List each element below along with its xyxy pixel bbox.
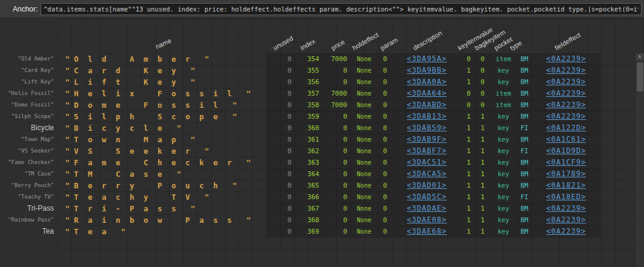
holdeffect-cell[interactable]: None	[350, 76, 378, 88]
name-char-cell[interactable]: "	[169, 168, 183, 180]
keyitemvalue-cell[interactable]: 1	[462, 203, 476, 214]
name-char-cell[interactable]: i	[211, 88, 225, 99]
pocket-cell[interactable]: item	[490, 53, 517, 65]
name-char-cell[interactable]: p	[113, 111, 127, 122]
type-cell[interactable]: FI	[517, 145, 531, 157]
name-char-cell[interactable]: "	[113, 226, 127, 237]
keyitemvalue-cell[interactable]: 1	[462, 65, 476, 76]
name-char-cell[interactable]: o	[85, 99, 99, 111]
description-link[interactable]: <3DADAE>	[392, 203, 462, 214]
name-char-cell[interactable]: y	[169, 65, 183, 76]
index-cell[interactable]: 365	[294, 180, 322, 191]
name-char-cell[interactable]: c	[127, 122, 141, 134]
name-char-cell[interactable]: y	[141, 191, 155, 203]
bagkeyitem-cell[interactable]: 0	[476, 76, 490, 88]
bagkeyitem-cell[interactable]: 1	[476, 145, 490, 157]
column-header-fieldeffect[interactable]: fieldeffect	[553, 30, 582, 52]
name-char-cell[interactable]: r	[113, 180, 127, 191]
row-label[interactable]: "Fame Checker"	[0, 157, 56, 168]
name-char-cell[interactable]: K	[141, 65, 155, 76]
row-label[interactable]: "VS Seeker"	[0, 145, 56, 157]
name-char-cell[interactable]: s	[169, 203, 183, 214]
description-link[interactable]: <3DAB59>	[392, 122, 462, 134]
fieldeffect-link[interactable]: <0A1D9D>	[531, 145, 601, 157]
name-char-cell[interactable]: e	[85, 180, 99, 191]
holdeffect-cell[interactable]: None	[350, 203, 378, 214]
row-label[interactable]: "Silph Scope"	[0, 111, 56, 122]
description-link[interactable]: <3DAABD>	[392, 99, 462, 111]
keyitemvalue-cell[interactable]: 1	[462, 122, 476, 134]
name-char-cell[interactable]: l	[225, 88, 239, 99]
unused-cell[interactable]: 0	[267, 65, 294, 76]
pocket-cell[interactable]: key	[490, 122, 517, 134]
unused-cell[interactable]: 0	[267, 53, 294, 65]
name-char-cell[interactable]: o	[169, 180, 183, 191]
grid-canvas[interactable]: nameunusedindexpriceholdeffectparamdescr…	[0, 18, 644, 267]
index-cell[interactable]: 354	[294, 53, 322, 65]
name-char-cell[interactable]: r	[183, 145, 197, 157]
name-char-cell[interactable]: H	[71, 88, 85, 99]
param-cell[interactable]: 0	[378, 76, 392, 88]
name-char-cell[interactable]: a	[127, 168, 141, 180]
name-char-cell[interactable]	[113, 53, 127, 65]
bagkeyitem-cell[interactable]: 1	[476, 111, 490, 122]
row-label[interactable]: "Helix Fossil"	[0, 88, 56, 99]
name-char-cell[interactable]: "	[239, 88, 253, 99]
name-char-cell[interactable]: "	[58, 226, 71, 237]
row-label[interactable]: Tri-Pass	[0, 203, 56, 214]
fieldeffect-link[interactable]: <0A2239>	[531, 65, 601, 76]
name-char-cell[interactable]: e	[85, 88, 99, 99]
name-char-cell[interactable]	[141, 111, 155, 122]
description-link[interactable]: <3DAD5C>	[392, 191, 462, 203]
name-char-cell[interactable]: a	[85, 65, 99, 76]
pocket-cell[interactable]: key	[490, 157, 517, 168]
type-cell[interactable]: BM	[517, 203, 531, 214]
holdeffect-cell[interactable]: None	[350, 168, 378, 180]
description-link[interactable]: <3DA9BB>	[392, 65, 462, 76]
name-char-cell[interactable]: s	[183, 99, 197, 111]
price-cell[interactable]: 7000	[322, 88, 350, 99]
name-char-cell[interactable]: e	[155, 168, 169, 180]
param-cell[interactable]: 0	[378, 99, 392, 111]
description-link[interactable]: <3DA95A>	[392, 53, 462, 65]
name-char-cell[interactable]	[99, 168, 113, 180]
keyitemvalue-cell[interactable]: 1	[462, 134, 476, 145]
unused-cell[interactable]: 0	[267, 76, 294, 88]
name-char-cell[interactable]: b	[155, 53, 169, 65]
price-cell[interactable]: 0	[322, 145, 350, 157]
unused-cell[interactable]: 0	[267, 191, 294, 203]
name-char-cell[interactable]: l	[99, 88, 113, 99]
name-char-cell[interactable]: e	[113, 157, 127, 168]
holdeffect-cell[interactable]: None	[350, 88, 378, 99]
holdeffect-cell[interactable]: None	[350, 134, 378, 145]
name-char-cell[interactable]	[141, 180, 155, 191]
unused-cell[interactable]: 0	[267, 88, 294, 99]
fieldeffect-link[interactable]: <0A2239>	[531, 226, 601, 237]
name-char-cell[interactable]: S	[85, 145, 99, 157]
holdeffect-cell[interactable]: None	[350, 53, 378, 65]
param-cell[interactable]: 0	[378, 88, 392, 99]
price-cell[interactable]: 0	[322, 65, 350, 76]
unused-cell[interactable]: 0	[267, 122, 294, 134]
keyitemvalue-cell[interactable]: 1	[462, 180, 476, 191]
name-char-cell[interactable]: "	[197, 191, 211, 203]
type-cell[interactable]: BM	[517, 99, 531, 111]
row-label[interactable]: "TM Case"	[0, 168, 56, 180]
description-link[interactable]: <3DAB9F>	[392, 134, 462, 145]
price-cell[interactable]: 0	[322, 203, 350, 214]
name-char-cell[interactable]: n	[113, 214, 127, 226]
name-char-cell[interactable]: h	[127, 191, 141, 203]
name-char-cell[interactable]: P	[183, 214, 197, 226]
name-char-cell[interactable]: a	[99, 226, 113, 237]
name-char-cell[interactable]: C	[141, 157, 155, 168]
name-char-cell[interactable]: l	[141, 122, 155, 134]
pocket-cell[interactable]: key	[490, 145, 517, 157]
fieldeffect-link[interactable]: <0A2239>	[531, 53, 601, 65]
name-char-cell[interactable]: e	[113, 99, 127, 111]
index-cell[interactable]: 358	[294, 99, 322, 111]
name-char-cell[interactable]: T	[71, 226, 85, 237]
name-char-cell[interactable]: V	[71, 145, 85, 157]
column-header-index[interactable]: index	[299, 37, 317, 52]
name-char-cell[interactable]: "	[58, 134, 71, 145]
name-char-cell[interactable]: y	[127, 180, 141, 191]
